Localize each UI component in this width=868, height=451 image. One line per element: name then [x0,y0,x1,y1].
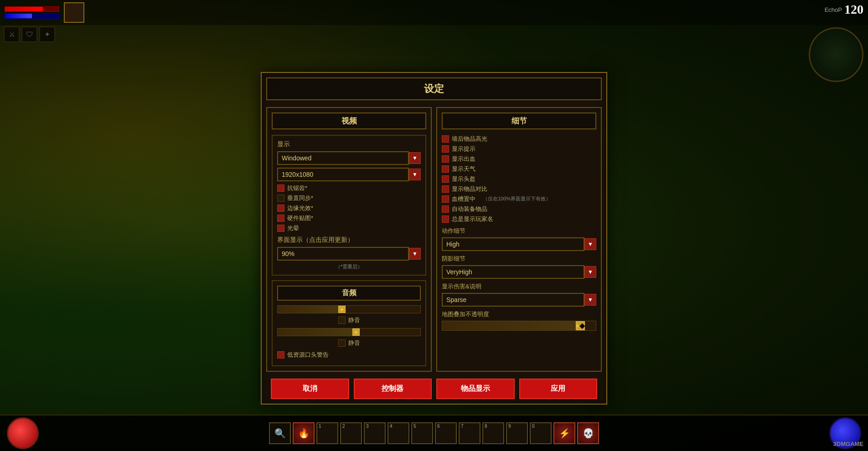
detail-checkboxes: 墙后物品高光 显示提示 显示出血 显示天气 [442,135,596,223]
detail-item-5[interactable]: 显示物品对比 [442,185,596,193]
detail-panel-title: 细节 [442,113,596,129]
detail-label-8: 总是显示玩家名 [452,215,493,223]
hw-texture-label: 硬件贴图* [287,214,313,222]
antialias-row[interactable]: 抗锯齿* [277,184,421,192]
audio-section: 音频 静音 [272,280,426,366]
motion-detail-arrow[interactable]: ▼ [584,238,596,250]
resolution-value: 1920x1080 [282,171,313,178]
skill-slot-0[interactable]: 0 [530,422,552,444]
detail-label-7: 自动装备物品 [452,205,487,213]
audio-slider-1-row [277,305,421,313]
detail-item-3[interactable]: 显示天气 [442,165,596,173]
health-orb [7,417,39,449]
detail-item-8[interactable]: 总是显示玩家名 [442,215,596,223]
top-bar: EchoP 120 [0,0,868,25]
shadow-detail-arrow[interactable]: ▼ [584,266,596,278]
detail-item-0[interactable]: 墙后物品高光 [442,135,596,143]
skill-slot-special[interactable]: ⚡ [553,422,575,444]
bloom-row[interactable]: 光晕 [277,224,421,232]
skill-slot-special2[interactable]: 💀 [577,422,599,444]
detail-label-0: 墙后物品高光 [452,135,487,143]
detail-icon-5 [442,185,449,193]
edge-glow-row[interactable]: 边缘光效* [277,204,421,212]
motion-detail-value: High [446,241,460,248]
bloom-checkbox[interactable] [277,225,284,232]
detail-label-5: 显示物品对比 [452,185,487,193]
vsync-row[interactable]: 垂直同步* [277,194,421,202]
mute2-row[interactable]: 静音 [277,339,421,347]
skill-slot-5[interactable]: 5 [411,422,433,444]
map-opacity-slider[interactable]: ◆ [442,321,596,331]
low-resource-row[interactable]: 低资源口头警告 [277,351,421,359]
detail-item-7[interactable]: 自动装备物品 [442,205,596,213]
damage-display-arrow[interactable]: ▼ [584,294,596,306]
ui-display-section: 界面显示（点击应用更新） 90% ▼ （*需重启） [277,236,421,270]
skill-slot-9[interactable]: 9 [506,422,528,444]
hw-texture-checkbox[interactable] [277,215,284,222]
display-mode-arrow[interactable]: ▼ [409,152,421,164]
skill-slot-active[interactable]: 🔥 [293,422,315,444]
audio-slider-2[interactable] [277,328,421,336]
audio-slider-1[interactable] [277,305,421,313]
detail-label-1: 显示提示 [452,145,475,153]
detail-item-6[interactable]: 血槽置中 （仅在100%界面显示下有效） [442,195,596,203]
motion-detail-label: 动作细节 [442,227,596,235]
vsync-checkbox[interactable] [277,195,284,202]
audio-slider-1-thumb[interactable] [338,306,346,313]
shadow-detail-dropdown[interactable]: VeryHigh [442,265,584,279]
mute1-checkbox[interactable] [338,317,346,324]
mana-fill [5,14,32,18]
skill-slot-1[interactable]: 1 [316,422,338,444]
map-opacity-fill [442,321,580,330]
antialias-checkbox[interactable] [277,184,284,192]
mute2-label: 静音 [348,339,360,347]
display-mode-row: Windowed ▼ [277,151,421,165]
blood-bar-note: （仅在100%界面显示下有效） [483,195,551,202]
apply-button[interactable]: 应用 [519,379,598,399]
skill-slot-4[interactable]: 4 [388,422,409,444]
mute2-checkbox[interactable] [338,339,346,347]
settings-overlay: 设定 视频 显示 Windowed [0,25,868,451]
detail-icon-1 [442,145,449,153]
resolution-arrow[interactable]: ▼ [409,169,421,180]
shadow-detail-value: VeryHigh [446,268,472,276]
controller-button[interactable]: 控制器 [354,379,432,399]
skill-slot-3[interactable]: 3 [364,422,386,444]
audio-slider-2-thumb[interactable] [352,328,360,336]
search-slot[interactable]: 🔍 [269,422,291,444]
skill-slot-7[interactable]: 7 [459,422,480,444]
mute1-row[interactable]: 静音 [277,316,421,324]
display-mode-dropdown[interactable]: Windowed [277,151,409,165]
detail-icon-0 [442,135,449,143]
detail-item-2[interactable]: 显示出血 [442,155,596,163]
hw-texture-row[interactable]: 硬件贴图* [277,214,421,222]
motion-detail-dropdown[interactable]: High [442,237,584,251]
resolution-row: 1920x1080 ▼ [277,168,421,181]
ui-scale-dropdown[interactable]: 90% [277,247,409,261]
health-mana-bars [5,6,59,19]
skill-slot-8[interactable]: 8 [482,422,504,444]
ui-scale-arrow[interactable]: ▼ [409,248,421,260]
video-panel-title: 视频 [272,113,426,129]
low-resource-checkbox[interactable] [277,351,284,359]
settings-title-bar: 设定 [266,77,602,100]
detail-item-1[interactable]: 显示提示 [442,145,596,153]
map-opacity-label: 地图叠加不透明度 [442,310,596,318]
detail-item-4[interactable]: 显示头盔 [442,175,596,183]
detail-icon-8 [442,215,449,223]
damage-display-label: 显示伤害&说明 [442,282,596,291]
edge-glow-checkbox[interactable] [277,205,284,212]
item-display-button[interactable]: 物品显示 [436,379,515,399]
ui-scale-value: 90% [282,250,294,257]
detail-label-4: 显示头盔 [452,175,475,183]
resolution-dropdown[interactable]: 1920x1080 [277,168,409,181]
detail-label-3: 显示天气 [452,165,475,173]
damage-display-dropdown[interactable]: Sparse [442,293,584,307]
skill-slot-6[interactable]: 6 [435,422,457,444]
cancel-button[interactable]: 取消 [271,379,349,399]
health-bar [5,6,59,12]
watermark: 3DMGAME [833,437,863,449]
settings-body: 视频 显示 Windowed ▼ [266,107,602,372]
skill-slot-2[interactable]: 2 [340,422,362,444]
map-opacity-thumb[interactable]: ◆ [576,321,585,330]
